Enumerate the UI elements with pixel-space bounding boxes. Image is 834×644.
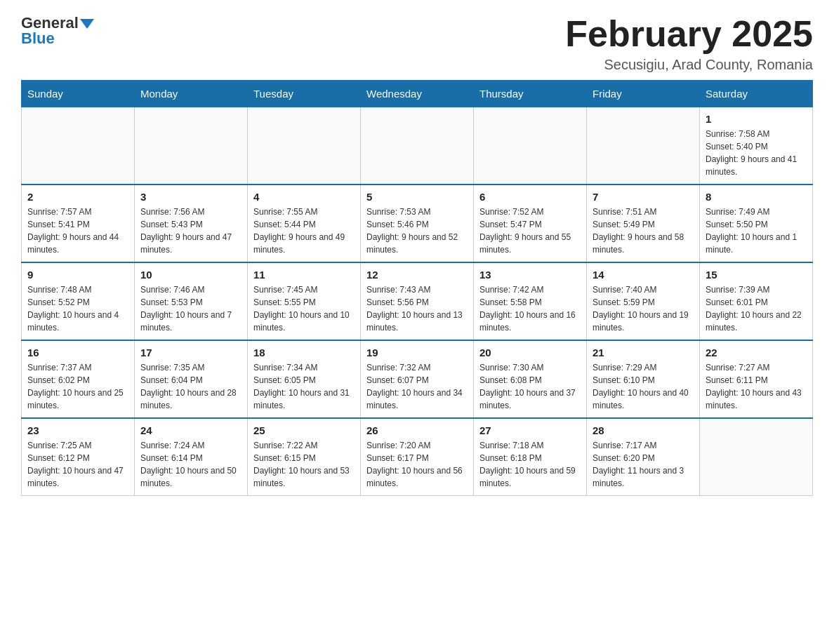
day-number: 19 [366,347,468,358]
day-info: Sunrise: 7:46 AMSunset: 5:53 PMDaylight:… [140,283,241,334]
day-number: 27 [479,424,581,436]
day-info: Sunrise: 7:18 AMSunset: 6:18 PMDaylight:… [479,439,581,490]
day-number: 9 [27,269,128,281]
weekday-header-thursday: Thursday [474,81,587,107]
day-info: Sunrise: 7:52 AMSunset: 5:47 PMDaylight:… [479,206,581,256]
day-number: 26 [366,424,468,436]
day-number: 22 [706,347,807,358]
calendar-table: SundayMondayTuesdayWednesdayThursdayFrid… [21,80,813,496]
calendar-cell: 14Sunrise: 7:40 AMSunset: 5:59 PMDayligh… [587,262,700,340]
calendar-cell: 5Sunrise: 7:53 AMSunset: 5:46 PMDaylight… [361,185,474,262]
calendar-cell [22,107,135,185]
calendar-cell: 21Sunrise: 7:29 AMSunset: 6:10 PMDayligh… [587,340,700,418]
calendar-cell [361,107,474,185]
calendar-cell: 12Sunrise: 7:43 AMSunset: 5:56 PMDayligh… [361,262,474,340]
day-info: Sunrise: 7:55 AMSunset: 5:44 PMDaylight:… [253,206,355,256]
calendar-cell: 18Sunrise: 7:34 AMSunset: 6:05 PMDayligh… [248,340,361,418]
day-number: 11 [253,269,355,281]
day-number: 21 [593,347,694,358]
weekday-header-monday: Monday [135,81,248,107]
day-info: Sunrise: 7:51 AMSunset: 5:49 PMDaylight:… [593,206,694,256]
day-number: 7 [593,191,694,203]
day-info: Sunrise: 7:43 AMSunset: 5:56 PMDaylight:… [366,283,468,334]
calendar-cell: 20Sunrise: 7:30 AMSunset: 6:08 PMDayligh… [474,340,587,418]
day-number: 14 [593,269,694,281]
day-info: Sunrise: 7:32 AMSunset: 6:07 PMDaylight:… [366,361,468,412]
day-number: 2 [27,191,128,203]
day-number: 5 [366,191,468,203]
day-number: 18 [253,347,355,358]
day-number: 25 [253,424,355,436]
day-info: Sunrise: 7:58 AMSunset: 5:40 PMDaylight:… [706,128,807,178]
calendar-cell: 10Sunrise: 7:46 AMSunset: 5:53 PMDayligh… [135,262,248,340]
calendar-cell: 15Sunrise: 7:39 AMSunset: 6:01 PMDayligh… [700,262,813,340]
month-title: February 2025 [565,14,813,54]
day-number: 16 [27,347,128,358]
day-number: 6 [479,191,581,203]
calendar-cell: 11Sunrise: 7:45 AMSunset: 5:55 PMDayligh… [248,262,361,340]
page-header: General Blue February 2025 Secusigiu, Ar… [21,14,813,73]
day-info: Sunrise: 7:35 AMSunset: 6:04 PMDaylight:… [140,361,241,412]
day-number: 8 [706,191,807,203]
day-number: 24 [140,424,241,436]
calendar-cell: 26Sunrise: 7:20 AMSunset: 6:17 PMDayligh… [361,418,474,496]
calendar-cell: 3Sunrise: 7:56 AMSunset: 5:43 PMDaylight… [135,185,248,262]
calendar-cell: 2Sunrise: 7:57 AMSunset: 5:41 PMDaylight… [22,185,135,262]
logo: General Blue [21,14,94,48]
day-info: Sunrise: 7:56 AMSunset: 5:43 PMDaylight:… [140,206,241,256]
day-number: 13 [479,269,581,281]
title-section: February 2025 Secusigiu, Arad County, Ro… [565,14,813,73]
calendar-cell: 24Sunrise: 7:24 AMSunset: 6:14 PMDayligh… [135,418,248,496]
weekday-header-wednesday: Wednesday [361,81,474,107]
day-info: Sunrise: 7:39 AMSunset: 6:01 PMDaylight:… [706,283,807,334]
calendar-cell [135,107,248,185]
calendar-cell: 9Sunrise: 7:48 AMSunset: 5:52 PMDaylight… [22,262,135,340]
calendar-week-row: 9Sunrise: 7:48 AMSunset: 5:52 PMDaylight… [22,262,813,340]
day-number: 23 [27,424,128,436]
calendar-cell: 27Sunrise: 7:18 AMSunset: 6:18 PMDayligh… [474,418,587,496]
day-number: 17 [140,347,241,358]
calendar-cell: 25Sunrise: 7:22 AMSunset: 6:15 PMDayligh… [248,418,361,496]
weekday-header-saturday: Saturday [700,81,813,107]
calendar-week-row: 1Sunrise: 7:58 AMSunset: 5:40 PMDaylight… [22,107,813,185]
calendar-cell [474,107,587,185]
logo-blue-text: Blue [21,29,55,48]
calendar-cell: 19Sunrise: 7:32 AMSunset: 6:07 PMDayligh… [361,340,474,418]
weekday-header-sunday: Sunday [22,81,135,107]
day-number: 3 [140,191,241,203]
day-info: Sunrise: 7:40 AMSunset: 5:59 PMDaylight:… [593,283,694,334]
day-info: Sunrise: 7:27 AMSunset: 6:11 PMDaylight:… [706,361,807,412]
day-info: Sunrise: 7:25 AMSunset: 6:12 PMDaylight:… [27,439,128,490]
day-number: 15 [706,269,807,281]
day-info: Sunrise: 7:20 AMSunset: 6:17 PMDaylight:… [366,439,468,490]
day-info: Sunrise: 7:30 AMSunset: 6:08 PMDaylight:… [479,361,581,412]
calendar-week-row: 2Sunrise: 7:57 AMSunset: 5:41 PMDaylight… [22,185,813,262]
day-info: Sunrise: 7:37 AMSunset: 6:02 PMDaylight:… [27,361,128,412]
weekday-header-tuesday: Tuesday [248,81,361,107]
calendar-cell: 7Sunrise: 7:51 AMSunset: 5:49 PMDaylight… [587,185,700,262]
calendar-cell: 13Sunrise: 7:42 AMSunset: 5:58 PMDayligh… [474,262,587,340]
day-info: Sunrise: 7:42 AMSunset: 5:58 PMDaylight:… [479,283,581,334]
calendar-cell [587,107,700,185]
day-info: Sunrise: 7:29 AMSunset: 6:10 PMDaylight:… [593,361,694,412]
location-title: Secusigiu, Arad County, Romania [565,57,813,73]
day-info: Sunrise: 7:45 AMSunset: 5:55 PMDaylight:… [253,283,355,334]
day-number: 28 [593,424,694,436]
day-info: Sunrise: 7:22 AMSunset: 6:15 PMDaylight:… [253,439,355,490]
day-number: 12 [366,269,468,281]
day-info: Sunrise: 7:57 AMSunset: 5:41 PMDaylight:… [27,206,128,256]
calendar-cell: 4Sunrise: 7:55 AMSunset: 5:44 PMDaylight… [248,185,361,262]
day-number: 10 [140,269,241,281]
day-info: Sunrise: 7:48 AMSunset: 5:52 PMDaylight:… [27,283,128,334]
calendar-week-row: 23Sunrise: 7:25 AMSunset: 6:12 PMDayligh… [22,418,813,496]
weekday-header-friday: Friday [587,81,700,107]
day-number: 20 [479,347,581,358]
day-info: Sunrise: 7:53 AMSunset: 5:46 PMDaylight:… [366,206,468,256]
day-number: 1 [706,113,807,125]
day-info: Sunrise: 7:34 AMSunset: 6:05 PMDaylight:… [253,361,355,412]
day-number: 4 [253,191,355,203]
calendar-cell: 23Sunrise: 7:25 AMSunset: 6:12 PMDayligh… [22,418,135,496]
calendar-cell [248,107,361,185]
day-info: Sunrise: 7:17 AMSunset: 6:20 PMDaylight:… [593,439,694,490]
calendar-week-row: 16Sunrise: 7:37 AMSunset: 6:02 PMDayligh… [22,340,813,418]
